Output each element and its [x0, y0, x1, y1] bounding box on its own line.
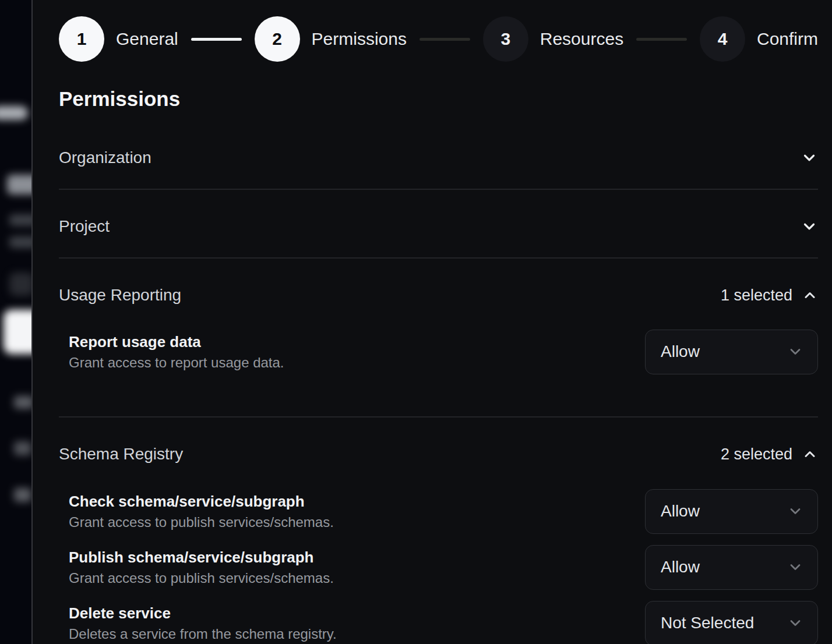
- section-usage-reporting-header[interactable]: Usage Reporting 1 selected: [59, 283, 818, 307]
- step-resources-label: Resources: [540, 29, 623, 49]
- permission-select-check-schema[interactable]: Allow: [645, 489, 818, 534]
- permission-select-value: Not Selected: [661, 614, 754, 632]
- stepper-connector: [191, 38, 242, 41]
- chevron-down-icon: [801, 149, 818, 167]
- sidebar-blur-fragment: [9, 273, 31, 296]
- permission-select-delete-service[interactable]: Not Selected: [645, 601, 818, 644]
- stepper-connector: [636, 38, 687, 41]
- permission-row-check-schema: Check schema/service/subgraph Grant acce…: [69, 489, 818, 533]
- step-confirm[interactable]: 4 Confirm: [700, 16, 818, 62]
- permission-row-publish-schema: Publish schema/service/subgraph Grant ac…: [69, 545, 818, 589]
- permission-select-report-usage-data[interactable]: Allow: [645, 330, 818, 374]
- section-usage-reporting: Usage Reporting 1 selected Report usage …: [59, 259, 818, 416]
- chevron-down-icon: [787, 559, 803, 575]
- permission-description: Grant access to publish services/schemas…: [69, 569, 334, 588]
- section-organization-title: Organization: [59, 148, 151, 167]
- chevron-down-icon: [787, 615, 803, 631]
- permission-select-value: Allow: [661, 502, 700, 521]
- sidebar-blur-fragment: [14, 488, 31, 502]
- sidebar-blur-fragment: [7, 175, 31, 194]
- permission-title: Publish schema/service/subgraph: [69, 547, 334, 567]
- permission-description: Deletes a service from the schema regist…: [69, 625, 337, 643]
- permission-title: Delete service: [69, 603, 337, 623]
- stepper-connector: [419, 38, 470, 41]
- section-schema-registry-title: Schema Registry: [59, 445, 183, 463]
- section-schema-registry-header[interactable]: Schema Registry 2 selected: [59, 442, 818, 466]
- page-title: Permissions: [59, 87, 818, 111]
- step-general[interactable]: 1 General: [59, 16, 178, 62]
- section-project: Project: [59, 190, 818, 257]
- chevron-up-icon: [802, 287, 818, 303]
- step-resources-number: 3: [483, 16, 528, 62]
- chevron-down-icon: [787, 344, 803, 360]
- section-organization: Organization: [59, 111, 818, 189]
- sidebar-blur-fragment: [14, 396, 31, 409]
- permission-select-value: Allow: [661, 558, 700, 576]
- section-project-title: Project: [59, 217, 110, 236]
- chevron-down-icon: [787, 503, 803, 519]
- permission-select-publish-schema[interactable]: Allow: [645, 545, 818, 590]
- sidebar-blur-fragment: [9, 236, 31, 248]
- section-organization-header[interactable]: Organization: [59, 146, 818, 170]
- step-general-label: General: [116, 29, 178, 49]
- step-confirm-number: 4: [700, 16, 745, 62]
- access-token-wizard-panel: 1 General 2 Permissions 3 Resources 4 Co…: [33, 0, 832, 644]
- step-confirm-label: Confirm: [757, 29, 818, 49]
- background-sidebar: [0, 0, 31, 644]
- permission-row-delete-service: Delete service Deletes a service from th…: [69, 601, 818, 644]
- section-project-header[interactable]: Project: [59, 214, 818, 239]
- permission-row-report-usage-data: Report usage data Grant access to report…: [69, 330, 818, 374]
- sidebar-blur-fragment: [9, 214, 31, 226]
- permission-title: Report usage data: [69, 332, 284, 352]
- step-permissions-label: Permissions: [312, 29, 407, 49]
- section-schema-registry: Schema Registry 2 selected Check schema/…: [59, 417, 818, 644]
- wizard-stepper: 1 General 2 Permissions 3 Resources 4 Co…: [59, 16, 818, 62]
- permission-title: Check schema/service/subgraph: [69, 491, 334, 511]
- permission-description: Grant access to publish services/schemas…: [69, 513, 334, 532]
- step-general-number: 1: [59, 16, 104, 62]
- step-resources[interactable]: 3 Resources: [483, 16, 623, 62]
- step-permissions[interactable]: 2 Permissions: [255, 16, 407, 62]
- sidebar-blur-fragment: [14, 441, 31, 455]
- step-permissions-number: 2: [255, 16, 300, 62]
- selected-count-badge: 2 selected: [721, 445, 792, 463]
- permission-list: Report usage data Grant access to report…: [59, 330, 818, 374]
- permission-select-value: Allow: [661, 342, 700, 361]
- selected-count-badge: 1 selected: [721, 286, 792, 305]
- sidebar-blur-active-item: [3, 310, 31, 354]
- permission-list: Check schema/service/subgraph Grant acce…: [59, 489, 818, 644]
- permission-description: Grant access to report usage data.: [69, 353, 284, 372]
- sidebar-blur-fragment: [0, 106, 28, 120]
- section-usage-reporting-title: Usage Reporting: [59, 286, 181, 305]
- chevron-up-icon: [802, 446, 818, 462]
- chevron-down-icon: [801, 218, 818, 235]
